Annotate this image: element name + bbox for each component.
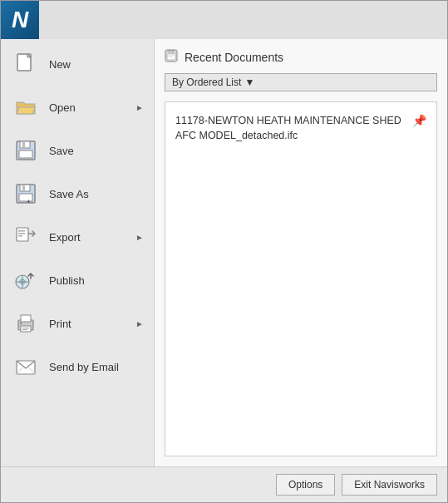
main-area: New Open ► bbox=[1, 39, 447, 466]
svg-rect-14 bbox=[18, 235, 22, 237]
svg-rect-11 bbox=[17, 228, 28, 241]
export-arrow-icon: ► bbox=[135, 233, 144, 242]
svg-rect-12 bbox=[18, 230, 25, 232]
new-icon bbox=[11, 49, 41, 79]
list-item[interactable]: 11178-NEWTON HEATH MAINTENANCE SHED AFC … bbox=[172, 109, 430, 148]
print-arrow-icon: ► bbox=[135, 319, 144, 328]
sidebar-item-publish-label: Publish bbox=[49, 274, 144, 287]
export-icon bbox=[11, 222, 41, 252]
sidebar-item-export[interactable]: Export ► bbox=[1, 215, 154, 259]
open-arrow-icon: ► bbox=[135, 103, 144, 112]
n-logo-text: N bbox=[12, 8, 28, 32]
order-dropdown-label: By Ordered List bbox=[172, 76, 241, 88]
sidebar-item-print-label: Print bbox=[49, 318, 135, 330]
sidebar-item-save-as-label: Save As bbox=[49, 188, 144, 200]
svg-rect-13 bbox=[18, 233, 25, 234]
file-name: 11178-NEWTON HEATH MAINTENANCE SHED AFC … bbox=[175, 114, 406, 143]
svg-rect-18 bbox=[21, 326, 31, 332]
file-list: 11178-NEWTON HEATH MAINTENANCE SHED AFC … bbox=[165, 101, 437, 456]
save-icon bbox=[11, 136, 41, 165]
sidebar-item-save-label: Save bbox=[49, 145, 144, 157]
sidebar-item-save[interactable]: Save bbox=[1, 129, 154, 172]
sidebar-item-new-label: New bbox=[49, 58, 144, 71]
pin-icon: 📌 bbox=[412, 114, 426, 127]
sidebar-item-send-email[interactable]: Send by Email bbox=[1, 345, 154, 388]
svg-text:+: + bbox=[27, 198, 31, 205]
print-icon bbox=[11, 308, 41, 338]
svg-rect-17 bbox=[21, 315, 31, 322]
svg-point-19 bbox=[20, 323, 22, 324]
recent-title: Recent Documents bbox=[185, 51, 283, 64]
bottom-bar: Options Exit Navisworks bbox=[1, 466, 447, 502]
dropdown-arrow-icon: ▼ bbox=[244, 76, 254, 88]
app-container: N New bbox=[0, 0, 448, 503]
sidebar-item-save-as[interactable]: + Save As bbox=[1, 172, 154, 215]
top-bar: N bbox=[1, 1, 447, 39]
sidebar-item-publish[interactable]: Publish bbox=[1, 259, 154, 302]
clock-icon bbox=[165, 49, 178, 65]
sidebar-item-open-label: Open bbox=[49, 101, 135, 114]
order-dropdown[interactable]: By Ordered List ▼ bbox=[165, 73, 437, 91]
svg-rect-4 bbox=[19, 150, 32, 158]
svg-rect-21 bbox=[22, 329, 27, 330]
svg-rect-9 bbox=[22, 185, 25, 190]
svg-rect-5 bbox=[22, 142, 25, 147]
sidebar-item-export-label: Export bbox=[49, 231, 135, 244]
recent-header: Recent Documents bbox=[165, 49, 437, 65]
exit-button[interactable]: Exit Navisworks bbox=[342, 474, 437, 496]
n-logo: N bbox=[1, 1, 39, 39]
open-icon bbox=[11, 92, 41, 122]
sidebar-item-send-email-label: Send by Email bbox=[49, 361, 144, 373]
svg-rect-20 bbox=[22, 328, 29, 328]
options-button[interactable]: Options bbox=[276, 474, 335, 496]
sidebar-item-print[interactable]: Print ► bbox=[1, 302, 154, 345]
content-panel: Recent Documents By Ordered List ▼ 11178… bbox=[155, 39, 447, 466]
email-icon bbox=[11, 352, 41, 382]
sidebar-item-new[interactable]: New bbox=[1, 42, 154, 86]
sidebar-item-open[interactable]: Open ► bbox=[1, 86, 154, 129]
sidebar: New Open ► bbox=[1, 39, 155, 466]
publish-icon bbox=[11, 265, 41, 295]
save-as-icon: + bbox=[11, 179, 41, 209]
